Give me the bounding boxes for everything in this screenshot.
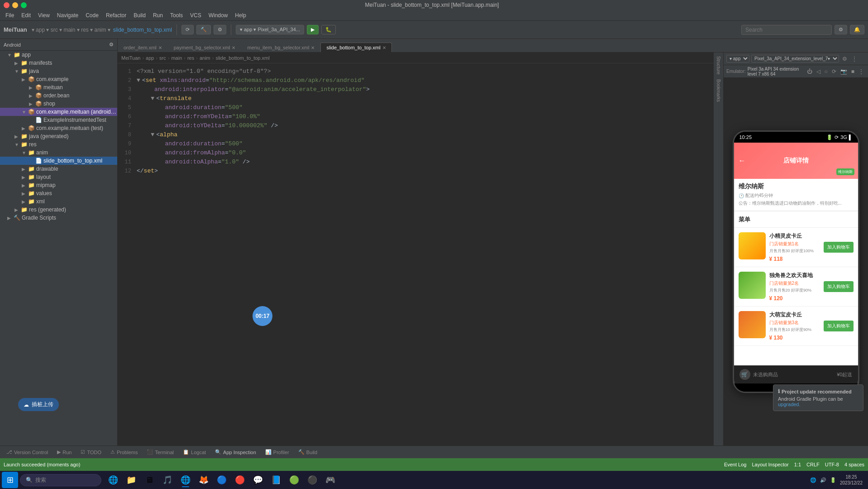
tab-run[interactable]: ▶ Run: [52, 448, 76, 456]
upload-button[interactable]: ☁ 插桩上传: [18, 398, 59, 411]
search-input[interactable]: [741, 25, 832, 35]
tab-build[interactable]: 🔨 Build: [294, 448, 322, 456]
indent[interactable]: 4 spaces: [844, 462, 864, 467]
tab-todo[interactable]: ☑ TODO: [76, 448, 106, 456]
minimize-button[interactable]: [12, 2, 18, 8]
menu-help[interactable]: Help: [231, 11, 250, 19]
tree-item-javagenerated[interactable]: ▶ 📁 java (generated): [0, 132, 117, 140]
menu-vcs[interactable]: VCS: [186, 11, 205, 19]
power-icon[interactable]: ⏻: [806, 67, 814, 76]
menu-view[interactable]: View: [34, 11, 53, 19]
home-icon[interactable]: ○: [823, 67, 829, 76]
tab-order-item[interactable]: order_item.xml ✕: [118, 43, 168, 52]
menu-navigate[interactable]: Navigate: [53, 11, 82, 19]
tab-problems[interactable]: ⚠ Problems: [106, 448, 142, 456]
add-to-cart-btn-2[interactable]: 加入购物车: [824, 281, 854, 292]
taskbar-app-blue[interactable]: 🔵: [214, 472, 230, 488]
systray-time[interactable]: 18:25 2023/12/22: [840, 474, 863, 486]
taskbar-app-music[interactable]: 🎵: [159, 472, 176, 488]
tree-item-slidebottom[interactable]: 📄 slide_bottom_to_top.xml: [0, 157, 117, 165]
emulator-more-icon[interactable]: ⋮: [850, 55, 858, 63]
tab-terminal[interactable]: ⬛ Terminal: [142, 448, 178, 456]
gradle-link[interactable]: upgraded.: [778, 402, 801, 407]
tree-item-orderbean[interactable]: ▶ 📦 order.bean: [0, 91, 117, 100]
taskbar-app-game[interactable]: 🎮: [322, 472, 339, 488]
close-button[interactable]: [4, 2, 10, 8]
menu-run[interactable]: Run: [149, 11, 167, 19]
tree-item-comexample[interactable]: ▶ 📦 com.example: [0, 75, 117, 83]
tree-item-values[interactable]: ▶ 📁 values: [0, 189, 117, 197]
tree-item-anim[interactable]: ▼ 📁 anim: [0, 149, 117, 157]
tree-item-xml[interactable]: ▶ 📁 xml: [0, 197, 117, 206]
crlf[interactable]: CRLF: [806, 462, 820, 467]
menu-window[interactable]: Window: [205, 11, 232, 19]
tree-item-shop[interactable]: ▶ 📦 shop: [0, 100, 117, 108]
taskbar-app-edge[interactable]: 🌐: [105, 472, 121, 488]
menu-refactor[interactable]: Refactor: [102, 11, 130, 19]
taskbar-app-explorer[interactable]: 📁: [123, 472, 139, 488]
menu-edit[interactable]: Edit: [18, 11, 34, 19]
close-tab-slide-bottom[interactable]: ✕: [382, 45, 386, 50]
settings-btn[interactable]: ⚙: [214, 25, 226, 34]
device-select-emu[interactable]: ▾ app: [726, 55, 749, 62]
tab-profiler[interactable]: 📊 Profiler: [261, 448, 294, 456]
tab-menu-item-bg[interactable]: menu_item_bg_selector.xml ✕: [241, 43, 320, 52]
tab-slide-bottom[interactable]: slide_bottom_to_top.xml ✕: [320, 43, 391, 52]
debug-button[interactable]: 🐛: [321, 25, 336, 34]
menu-file[interactable]: File: [2, 11, 18, 19]
taskbar-app-fb[interactable]: 📘: [268, 472, 284, 488]
tab-app-inspection[interactable]: 🔍 App Inspection: [210, 448, 261, 456]
tree-item-gradle[interactable]: ▶ 🔨 Gradle Scripts: [0, 214, 117, 222]
tab-version-control[interactable]: ⎇ Version Control: [2, 448, 52, 456]
more-icon[interactable]: ⋮: [857, 67, 865, 76]
close-tab-payment-bg[interactable]: ✕: [232, 45, 235, 50]
structure-tool[interactable]: Structure: [715, 54, 722, 77]
api-select[interactable]: Pixel_3a_API_34_extension_level_7▾: [751, 55, 839, 62]
back-button-app[interactable]: ←: [739, 157, 746, 165]
rotate-icon[interactable]: ⟳: [830, 67, 838, 76]
close-tab-menu-item-bg[interactable]: ✕: [311, 45, 315, 50]
tree-item-layout[interactable]: ▶ 📁 layout: [0, 173, 117, 181]
tree-item-androidtest[interactable]: ▼ 📦 com.example.meituan (androidTest): [0, 108, 117, 116]
tree-item-app[interactable]: ▼ 📁 app: [0, 51, 117, 59]
taskbar-app-red[interactable]: 🔴: [232, 472, 248, 488]
tree-item-java[interactable]: ▼ 📁 java: [0, 67, 117, 75]
sync-btn[interactable]: ⟳: [181, 25, 194, 34]
bookmarks-tool[interactable]: Bookmarks: [715, 77, 722, 104]
event-log-link[interactable]: Event Log: [724, 462, 747, 467]
run-button[interactable]: ▶: [307, 25, 319, 34]
taskbar-app-firefox[interactable]: 🦊: [196, 472, 212, 488]
tree-item-res[interactable]: ▼ 📁 res: [0, 140, 117, 149]
taskbar-app-dark[interactable]: ⚫: [304, 472, 320, 488]
layout-inspector-link[interactable]: Layout Inspector: [752, 462, 788, 467]
build-btn[interactable]: 🔨: [196, 25, 211, 34]
tree-item-test[interactable]: ▶ 📦 com.example.meituan (test): [0, 124, 117, 132]
maximize-button[interactable]: [21, 2, 27, 8]
back-icon[interactable]: ◁: [815, 67, 822, 76]
menu-build[interactable]: Build: [130, 11, 149, 19]
taskbar-app-chrome[interactable]: 🌐: [177, 472, 194, 488]
sidebar-gear-icon[interactable]: ⚙: [109, 42, 114, 48]
tree-item-drawable[interactable]: ▶ 📁 drawable: [0, 165, 117, 173]
add-to-cart-btn-1[interactable]: 加入购物车: [824, 242, 854, 253]
tree-item-meituan[interactable]: ▶ 📦 meituan: [0, 83, 117, 91]
taskbar-app-chat[interactable]: 💬: [250, 472, 266, 488]
taskbar-app-term[interactable]: 🖥: [141, 472, 157, 488]
close-tab-order-item[interactable]: ✕: [158, 45, 162, 50]
menu-tools[interactable]: Tools: [167, 11, 186, 19]
menu-code[interactable]: Code: [82, 11, 102, 19]
tab-payment-bg[interactable]: payment_bg_selector.xml ✕: [168, 43, 242, 52]
device-select[interactable]: ▾ app ▾ Pixel_3a_API_34...: [236, 25, 304, 34]
screenshot-icon[interactable]: 📷: [839, 67, 849, 76]
cart-bar[interactable]: 🛒 未选购商品 ¥0起送: [734, 365, 858, 384]
tab-logcat[interactable]: 📋 Logcat: [178, 448, 210, 456]
start-button[interactable]: ⊞: [2, 472, 18, 488]
tree-item-exampletest[interactable]: 📄 ExampleInstrumentedTest: [0, 116, 117, 124]
gear-icon[interactable]: ⚙: [835, 25, 847, 34]
tree-item-manifests[interactable]: ▶ 📁 manifests: [0, 59, 117, 67]
taskbar-search[interactable]: 🔍 搜索: [20, 474, 101, 486]
notifications-btn[interactable]: 🔔: [850, 25, 864, 34]
stop-icon[interactable]: ■: [850, 67, 856, 76]
tree-item-mipmap[interactable]: ▶ 📁 mipmap: [0, 181, 117, 189]
utf8[interactable]: UTF-8: [825, 462, 839, 467]
